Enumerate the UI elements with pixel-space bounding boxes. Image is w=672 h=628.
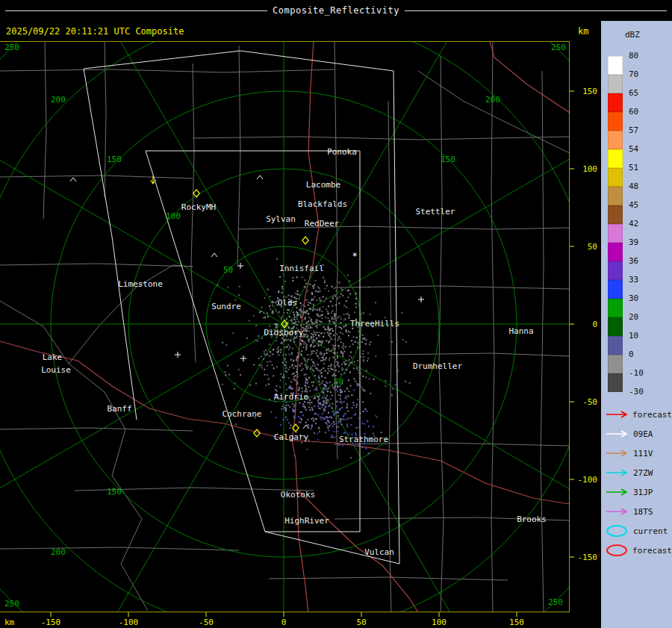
- plus-marker-icon: [175, 352, 181, 358]
- colorbar-swatch-45: [608, 205, 623, 224]
- colorbar-label: 39: [629, 237, 638, 248]
- x-axis-label: 150: [509, 618, 524, 627]
- city-label-brooks: Brooks: [517, 514, 547, 524]
- arrow-icon: [605, 410, 629, 419]
- arrow-icon: [605, 488, 630, 497]
- colorbar-swatch-33: [608, 280, 623, 299]
- y-axis-label: 150: [582, 87, 597, 96]
- dbz-colorbar: 807065605754514845423936333020100-10-30: [608, 56, 669, 401]
- range-ring-label: 150: [107, 487, 122, 497]
- y-axis-label: -150: [578, 553, 598, 562]
- legend-label: 111V: [633, 449, 653, 458]
- colorbar-label: 80: [629, 51, 638, 61]
- city-label-sylvan: Sylvan: [266, 214, 296, 224]
- storm-legend: forecast09EA111V27ZW31JP18TScurrentforec…: [605, 405, 672, 560]
- legend-label: 09EA: [633, 429, 653, 439]
- range-ring-label: 50: [334, 377, 343, 387]
- legend-label: 31JP: [633, 488, 653, 497]
- city-label-limestone: Limestone: [118, 279, 163, 289]
- y-axis-label: -100: [578, 475, 598, 485]
- city-label-reddeer: RedDeer: [305, 219, 340, 228]
- y-axis-label: 0: [592, 320, 597, 329]
- arrow-icon: [605, 468, 630, 477]
- city-label-strathmore: Strathmore: [339, 435, 388, 444]
- city-label-highriver: HighRiver: [284, 516, 329, 526]
- colorbar-swatch-60: [608, 112, 623, 131]
- x-axis-label: 0: [281, 618, 287, 627]
- ellipse-icon: [605, 523, 630, 538]
- colorbar-swatch-65: [608, 93, 623, 112]
- colorbar-label: 30: [629, 293, 638, 304]
- colorbar-label: 51: [629, 163, 638, 173]
- legend-label: forecast: [632, 546, 672, 556]
- colorbar-title: dBZ: [625, 30, 640, 40]
- colorbar-swatch-57: [608, 131, 623, 149]
- station-markers: *: [70, 175, 424, 437]
- x-axis-label: -100: [119, 618, 139, 627]
- x-axis-label: -50: [199, 618, 214, 627]
- city-label-rockymh: RockyMH: [181, 202, 216, 212]
- city-label-calgary: Calgary: [274, 432, 309, 442]
- map-plot-area: 2502502502502002002001501501501005050Pon…: [0, 41, 601, 628]
- colorbar-swatch-30: [608, 299, 623, 317]
- city-label-cochrane: Cochrane: [223, 409, 262, 419]
- y-axis-label: -50: [582, 397, 597, 407]
- colorbar-swatch-80: [608, 56, 623, 75]
- colorbar-label: 33: [629, 275, 638, 285]
- city-label-vulcan: Vulcan: [364, 547, 394, 557]
- x-axis-label: -150: [41, 618, 61, 627]
- range-ring-label: 250: [551, 43, 566, 52]
- x-axis-label: 50: [356, 618, 366, 627]
- arrow-icon: [605, 507, 630, 516]
- y-axis-label: 100: [582, 164, 597, 174]
- colorbar-label: 20: [629, 312, 638, 323]
- city-label-airdrie: Airdrie: [274, 392, 308, 402]
- legend-item-09EA: 09EA: [605, 424, 672, 444]
- legend-item-27ZW: 27ZW: [605, 463, 672, 482]
- legend-item-111V: 111V: [605, 444, 672, 463]
- range-ring-label: 150: [441, 155, 455, 164]
- range-ring-label: 250: [548, 597, 563, 607]
- city-label-drumheller: Drumheller: [413, 361, 463, 371]
- colorbar-label: 45: [629, 200, 638, 211]
- radar-map[interactable]: 2502502502502002002001501501501005050Pon…: [0, 41, 601, 628]
- y-axis-label: 50: [588, 242, 597, 252]
- colorbar-swatch--10: [608, 373, 623, 392]
- city-label-didsbury: Didsbury: [264, 328, 304, 338]
- colorbar-label: 54: [629, 144, 638, 155]
- range-ring-label: 250: [4, 43, 19, 52]
- unit-label-top: km: [578, 26, 588, 37]
- range-ring-label: 200: [51, 547, 66, 557]
- legend-item-18TS: 18TS: [605, 502, 672, 521]
- unit-label-bottom: km: [4, 618, 15, 627]
- city-label-hanna: Hanna: [508, 326, 533, 336]
- colorbar-label: -30: [629, 387, 644, 397]
- colorbar-label: 70: [629, 69, 638, 80]
- colorbar-swatch-10: [608, 336, 623, 355]
- caret-marker-icon: [70, 178, 76, 181]
- colorbar-label: 48: [629, 181, 638, 192]
- colorbar-swatch-42: [608, 224, 623, 243]
- colorbar-label: 60: [629, 107, 638, 117]
- radar-app-window: Composite_Reflectivity 2025/09/22 20:11:…: [0, 0, 672, 628]
- colorbar-swatch-48: [608, 187, 623, 205]
- legend-item-forecast-ellipse: forecast: [605, 541, 672, 560]
- colorbar-swatch-54: [608, 149, 623, 168]
- legend-label: 18TS: [633, 507, 653, 517]
- colorbar-label: 42: [629, 219, 638, 229]
- colorbar-swatch-0: [608, 355, 623, 373]
- plus-marker-icon: [237, 263, 243, 269]
- x-axis-label: 100: [432, 618, 447, 627]
- legend-item-forecast: forecast: [605, 405, 672, 424]
- city-label-louise: Louise: [41, 365, 71, 375]
- city-label-olds: Olds: [278, 298, 298, 308]
- colorbar-swatch-51: [608, 168, 623, 187]
- colorbar-swatch-70: [608, 75, 623, 93]
- range-ring-label: 250: [4, 599, 19, 609]
- title-bar: Composite_Reflectivity: [0, 0, 672, 21]
- legend-label: current: [633, 526, 668, 536]
- colorbar-label: 0: [629, 349, 634, 360]
- city-label-sundre: Sundre: [211, 302, 241, 311]
- colorbar-label: 10: [629, 331, 638, 341]
- plus-marker-icon: [240, 355, 246, 361]
